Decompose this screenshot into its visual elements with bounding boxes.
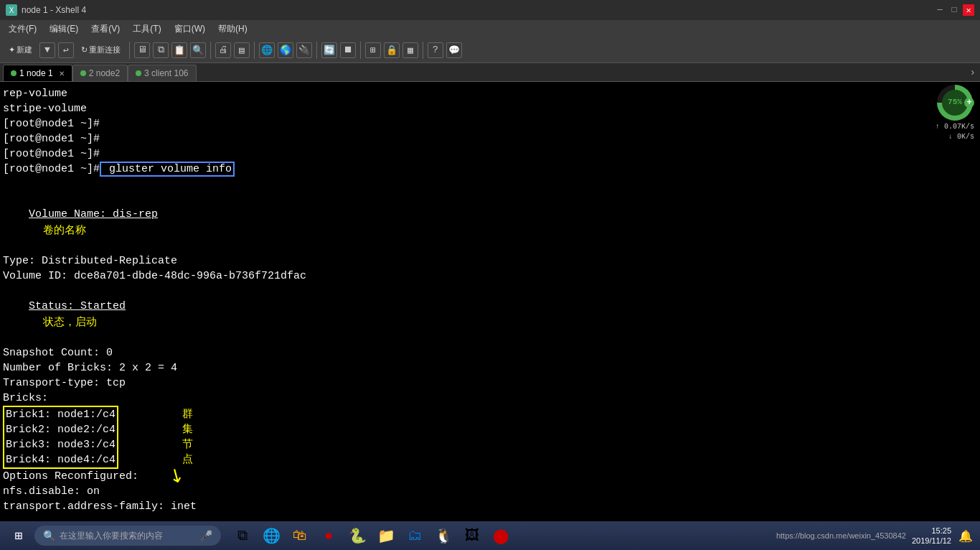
- taskbar-app-qq[interactable]: 🐧: [430, 523, 456, 549]
- command-input[interactable]: gluster volume info: [100, 162, 235, 177]
- separator-6: [423, 42, 423, 59]
- terminal-line-3: [root@node1 ~]#: [3, 116, 977, 131]
- speed-down: ↓ 0K/s: [936, 132, 974, 142]
- separator-3: [254, 42, 255, 59]
- terminal-vol-name-line: Volume Name: dis-rep 卷的名称: [3, 192, 977, 253]
- reconnect-button[interactable]: ↻ 重新连接: [77, 43, 125, 57]
- notification-button[interactable]: 🔔: [957, 527, 974, 544]
- taskbar-app-edge[interactable]: 🌐: [258, 523, 284, 549]
- tab-1-label: 1 node 1: [19, 68, 53, 78]
- taskbar-app-python[interactable]: 🐍: [344, 523, 370, 549]
- terminal-line-1: rep-volume: [3, 86, 977, 101]
- reconnect-icon: ↻: [81, 45, 88, 55]
- menu-view[interactable]: 查看(V): [85, 22, 126, 37]
- terminal-transport-family-line: transport.address-family: inet: [3, 499, 977, 514]
- terminal-status-line: Status: Started 状态，启动: [3, 284, 977, 345]
- search-box[interactable]: 🔍 在这里输入你要搜索的内容 🎤: [34, 526, 221, 546]
- copy-button[interactable]: ⧉: [153, 42, 169, 58]
- lock-button[interactable]: 🔒: [384, 42, 400, 58]
- speed-plus-icon[interactable]: +: [964, 98, 974, 108]
- menu-bar: 文件(F) 编辑(E) 查看(V) 工具(T) 窗口(W) 帮助(H): [0, 20, 980, 37]
- speed-circle-container: 75% +: [937, 85, 973, 121]
- menu-window[interactable]: 窗口(W): [169, 22, 211, 37]
- start-button[interactable]: ⊞: [6, 523, 32, 549]
- terminal-id-line: Volume ID: dce8a701-dbde-48dc-996a-b736f…: [3, 269, 977, 284]
- window-title: node 1 - Xshell 4: [22, 5, 86, 15]
- print-button[interactable]: 🖨: [215, 42, 231, 58]
- speed-up: ↑ 0.07K/s: [936, 122, 974, 132]
- window-controls[interactable]: ─ □ ✕: [934, 4, 974, 16]
- taskbar-app-store[interactable]: 🛍: [287, 523, 313, 549]
- tabs-scroll-right[interactable]: ›: [966, 67, 980, 78]
- grid-button[interactable]: ⊞: [365, 42, 381, 58]
- new-icon: ✦: [9, 45, 15, 55]
- separator-5: [360, 42, 361, 59]
- taskbar-app-explorer[interactable]: 🗂: [402, 523, 428, 549]
- terminal-blank-1: [3, 177, 977, 192]
- taskbar-app-vsc[interactable]: ●: [316, 523, 341, 549]
- taskbar-app-files[interactable]: 📁: [373, 523, 399, 549]
- stop-button[interactable]: ⏹: [340, 42, 356, 58]
- tab-2-status-dot: [80, 70, 86, 76]
- terminal[interactable]: 75% + ↑ 0.07K/s ↓ 0K/s rep-volume stripe…: [0, 82, 980, 521]
- paste-button[interactable]: 📋: [171, 42, 187, 58]
- speed-values: ↑ 0.07K/s ↓ 0K/s: [936, 122, 974, 142]
- app-icon: X: [6, 4, 17, 16]
- tab-1-close[interactable]: ✕: [59, 70, 65, 78]
- url-display: https://blog.csdn.me/weixin_4530842: [776, 531, 906, 540]
- terminal-type-line: Type: Distributed-Replicate: [3, 253, 977, 269]
- search-icon: 🔍: [43, 530, 55, 541]
- tab-3[interactable]: 3 client 106: [128, 65, 196, 81]
- chat-button[interactable]: 💬: [446, 42, 462, 58]
- bricks-box: Brick1: node1:/c4 Brick2: node2:/c4 Bric…: [3, 406, 118, 469]
- search-placeholder: 在这里输入你要搜索的内容: [60, 530, 163, 542]
- dropdown-button[interactable]: ▼: [39, 42, 55, 58]
- terminal-bricks-count-line: Number of Bricks: 2 x 2 = 4: [3, 360, 977, 376]
- tab-1[interactable]: 1 node 1 ✕: [3, 65, 72, 81]
- print2-button[interactable]: ▤: [234, 42, 250, 58]
- toolbar: ✦ 新建 ▼ ↩ ↻ 重新连接 🖥 ⧉ 📋 🔍 🖨 ▤ 🌐 🌎 🔌 🔄 ⏹ ⊞ …: [0, 37, 980, 63]
- back-button[interactable]: ↩: [58, 42, 74, 58]
- clock: 15:25 2019/11/12: [912, 526, 951, 546]
- close-button[interactable]: ✕: [963, 4, 974, 16]
- help-button[interactable]: ?: [428, 42, 443, 58]
- vol-name-text: Volume Name: dis-rep: [29, 208, 158, 220]
- menu-edit[interactable]: 编辑(E): [44, 22, 84, 37]
- terminal-line-5: [root@node1 ~]#: [3, 146, 977, 162]
- tab-3-label: 3 client 106: [144, 68, 188, 78]
- filter-button[interactable]: ▦: [402, 42, 418, 58]
- globe-button[interactable]: 🌐: [259, 42, 275, 58]
- mic-icon: 🎤: [200, 530, 212, 541]
- terminal-brick3: Brick3: node3:/c4: [6, 437, 116, 452]
- terminal-brick2: Brick2: node2:/c4: [6, 422, 116, 437]
- tab-3-status-dot: [136, 70, 141, 76]
- terminal-brick1: Brick1: node1:/c4: [6, 407, 116, 422]
- refresh-button[interactable]: 🔄: [321, 42, 337, 58]
- globe2-button[interactable]: 🌎: [278, 42, 293, 58]
- status-text: Status: Started: [29, 300, 126, 312]
- menu-file[interactable]: 文件(F): [3, 22, 42, 37]
- taskbar-right: https://blog.csdn.me/weixin_4530842 15:2…: [776, 526, 974, 546]
- tabs-bar: 1 node 1 ✕ 2 node2 3 client 106 ›: [0, 63, 980, 82]
- taskbar-app-red[interactable]: ⬤: [488, 523, 514, 549]
- speed-indicator: 75% + ↑ 0.07K/s ↓ 0K/s: [936, 85, 974, 142]
- minimize-button[interactable]: ─: [934, 4, 946, 16]
- maximize-button[interactable]: □: [948, 4, 960, 16]
- new-button[interactable]: ✦ 新建: [4, 43, 37, 57]
- tab-1-status-dot: [11, 70, 17, 76]
- time-display: 15:25: [912, 526, 951, 536]
- find-button[interactable]: 🔍: [190, 42, 206, 58]
- separator-1: [129, 42, 130, 59]
- terminal-snapshot-line: Snapshot Count: 0: [3, 345, 977, 360]
- annotation-status: 状态，启动: [43, 315, 97, 327]
- date-display: 2019/11/12: [912, 536, 951, 546]
- tab-2-label: 2 node2: [89, 68, 120, 78]
- taskbar-app-photos[interactable]: 🖼: [459, 523, 485, 549]
- separator-4: [316, 42, 317, 59]
- menu-tools[interactable]: 工具(T): [127, 22, 166, 37]
- plugin-button[interactable]: 🔌: [296, 42, 312, 58]
- taskbar-app-task-view[interactable]: ⧉: [230, 523, 255, 549]
- tab-2[interactable]: 2 node2: [72, 65, 128, 81]
- menu-help[interactable]: 帮助(H): [212, 22, 253, 37]
- session-button[interactable]: 🖥: [134, 42, 150, 58]
